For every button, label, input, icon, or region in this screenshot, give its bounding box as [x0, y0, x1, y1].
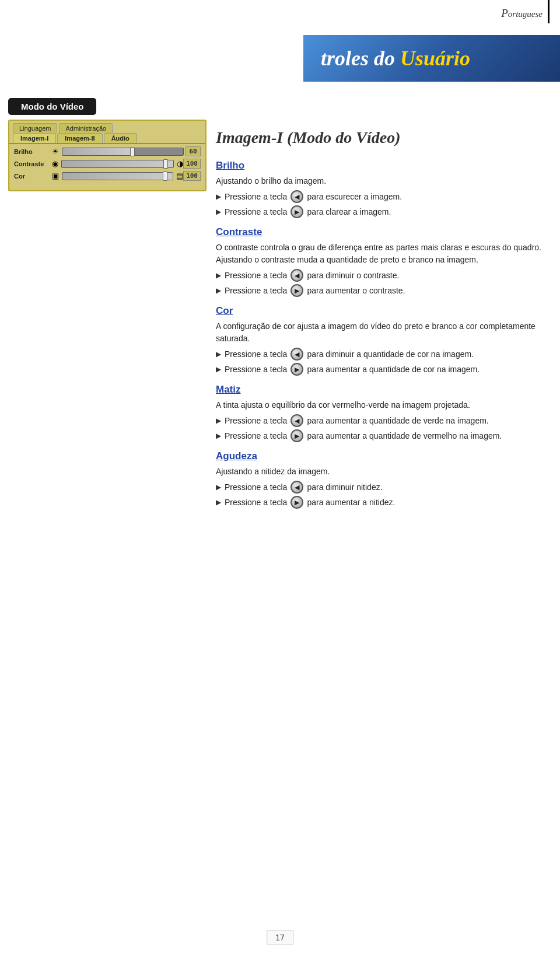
matiz-b2-suffix: para aumentar a quantidade de vermelho n…: [307, 431, 502, 440]
banner-text-em: Usuário: [400, 47, 470, 70]
slider-thumb-brilho[interactable]: [130, 147, 135, 156]
ui-panel: Linguagem Administração Imagem-I Imagem-…: [8, 120, 206, 191]
bullet-arrow-icon-6: ▶: [216, 365, 221, 373]
right-arrow-btn-icon-5: ▶: [290, 496, 303, 509]
agudeza-heading: Agudeza: [216, 450, 542, 462]
brilho-desc: Ajustando o brilho da imagem.: [216, 175, 542, 187]
modo-pill: Modo do Vídeo: [8, 98, 96, 115]
left-arrow-btn-icon: ◀: [290, 190, 303, 203]
bullet-arrow-icon-5: ▶: [216, 350, 221, 358]
agudeza-b1-prefix: Pressione a tecla: [225, 482, 287, 492]
slider-icon-contraste-left: ◉: [52, 159, 58, 168]
left-arrow-btn-icon-4: ◀: [290, 414, 303, 427]
matiz-heading: Matiz: [216, 384, 542, 396]
header-banner-text: troles do Usuário: [321, 46, 470, 71]
matiz-b2-prefix: Pressione a tecla: [225, 431, 287, 440]
slider-label-contraste: Contraste: [14, 160, 52, 167]
contraste-bullet-2: ▶ Pressione a tecla ▶ para aumentar o co…: [216, 284, 542, 297]
brilho-b1-prefix: Pressione a tecla: [225, 192, 287, 201]
right-arrow-btn-icon: ▶: [290, 205, 303, 218]
tab-imagem-i[interactable]: Imagem-I: [13, 133, 56, 143]
matiz-bullet-1: ▶ Pressione a tecla ◀ para aumentar a qu…: [216, 414, 542, 427]
slider-row-cor: Cor ▣ ▤ 100: [14, 171, 201, 181]
section-matiz: Matiz A tinta ajusta o equilíbrio da cor…: [216, 384, 542, 442]
slider-value-contraste: 100: [183, 159, 201, 169]
matiz-b1-suffix: para aumentar a quantidade de verde na i…: [307, 416, 488, 425]
brilho-bullet-1: ▶ Pressione a tecla ◀ para escurecer a i…: [216, 190, 542, 203]
slider-value-brilho: 60: [186, 146, 201, 156]
slider-fill-contraste: [62, 160, 173, 167]
panel-nav-tabs: Linguagem Administração: [9, 121, 205, 133]
page-number: 17: [267, 930, 293, 944]
contraste-desc: O contraste controla o grau de diferença…: [216, 242, 542, 266]
contraste-bullet-1-text: Pressione a tecla ◀ para diminuir o cont…: [225, 269, 399, 282]
left-arrow-btn-icon-3: ◀: [290, 348, 303, 361]
bullet-arrow-icon-10: ▶: [216, 498, 221, 506]
right-arrow-btn-icon-4: ▶: [290, 429, 303, 442]
nav-tab-administracao[interactable]: Administração: [59, 123, 113, 133]
nav-tab-linguagem[interactable]: Linguagem: [13, 123, 57, 133]
banner-text-pre: troles do: [321, 47, 400, 70]
contraste-heading: Contraste: [216, 226, 542, 238]
cor-bullet-2-text: Pressione a tecla ▶ para aumentar a quan…: [225, 363, 480, 376]
cor-bullet-1: ▶ Pressione a tecla ◀ para diminuir a qu…: [216, 348, 542, 361]
slider-thumb-contraste[interactable]: [163, 159, 168, 169]
language-label: Portuguese: [501, 7, 542, 20]
brilho-b1-suffix: para escurecer a imagem.: [307, 192, 402, 201]
bullet-arrow-icon-3: ▶: [216, 271, 221, 279]
slider-icon-cor-right: ▤: [176, 172, 183, 180]
header-banner: troles do Usuário: [303, 35, 560, 82]
cor-heading: Cor: [216, 305, 542, 317]
slider-track-contraste[interactable]: [61, 160, 174, 168]
agudeza-bullet-1-text: Pressione a tecla ◀ para diminuir nitide…: [225, 481, 383, 494]
slider-icon-contraste-right: ◑: [177, 159, 183, 168]
brilho-b2-suffix: para clarear a imagem.: [307, 207, 391, 216]
slider-fill-cor: [62, 173, 173, 180]
cor-b2-prefix: Pressione a tecla: [225, 365, 287, 374]
tab-imagem-ii[interactable]: Imagem-II: [57, 133, 102, 143]
cor-b1-prefix: Pressione a tecla: [225, 349, 287, 359]
bullet-arrow-icon-8: ▶: [216, 432, 221, 440]
bullet-arrow-icon: ▶: [216, 193, 221, 201]
cor-bullet-2: ▶ Pressione a tecla ▶ para aumentar a qu…: [216, 363, 542, 376]
slider-track-cor[interactable]: [62, 172, 173, 180]
contraste-bullet-2-text: Pressione a tecla ▶ para aumentar o cont…: [225, 284, 405, 297]
section-brilho: Brilho Ajustando o brilho da imagem. ▶ P…: [216, 160, 542, 218]
matiz-b1-prefix: Pressione a tecla: [225, 416, 287, 425]
bullet-arrow-icon-2: ▶: [216, 208, 221, 216]
bullet-arrow-icon-4: ▶: [216, 286, 221, 295]
slider-label-brilho: Brilho: [14, 148, 52, 155]
matiz-bullet-1-text: Pressione a tecla ◀ para aumentar a quan…: [225, 414, 489, 427]
slider-row-brilho: Brilho ☀ 60: [14, 146, 201, 156]
matiz-bullet-2: ▶ Pressione a tecla ▶ para aumentar a qu…: [216, 429, 542, 442]
agudeza-desc: Ajustando a nitidez da imagem.: [216, 466, 542, 478]
agudeza-bullet-2-text: Pressione a tecla ▶ para aumentar a niti…: [225, 496, 395, 509]
agudeza-b1-suffix: para diminuir nitidez.: [307, 482, 382, 492]
slider-label-cor: Cor: [14, 173, 52, 180]
agudeza-bullet-2: ▶ Pressione a tecla ▶ para aumentar a ni…: [216, 496, 542, 509]
main-content: Imagem-I (Modo do Vídeo) Brilho Ajustand…: [216, 128, 542, 511]
cor-desc: A configuração de cor ajusta a imagem do…: [216, 320, 542, 345]
panel-inner-tabs: Imagem-I Imagem-II Áudio: [9, 133, 205, 144]
language-text: ortuguese: [508, 9, 542, 19]
agudeza-bullet-1: ▶ Pressione a tecla ◀ para diminuir niti…: [216, 481, 542, 494]
slider-icon-cor-left: ▣: [52, 172, 59, 180]
cor-b1-suffix: para diminuir a quantidade de cor na ima…: [307, 349, 474, 359]
right-arrow-btn-icon-3: ▶: [290, 363, 303, 376]
slider-track-brilho[interactable]: [62, 148, 184, 156]
brilho-heading: Brilho: [216, 160, 542, 172]
bullet-arrow-icon-7: ▶: [216, 417, 221, 425]
tab-audio[interactable]: Áudio: [104, 133, 137, 143]
language-cap: P: [501, 7, 508, 19]
matiz-desc: A tinta ajusta o equilíbrio da cor verme…: [216, 399, 542, 411]
section-contraste: Contraste O contraste controla o grau de…: [216, 226, 542, 297]
brilho-bullet-2: ▶ Pressione a tecla ▶ para clarear a ima…: [216, 205, 542, 218]
section-agudeza: Agudeza Ajustando a nitidez da imagem. ▶…: [216, 450, 542, 509]
brilho-bullet-2-text: Pressione a tecla ▶ para clarear a image…: [225, 205, 391, 218]
brilho-b2-prefix: Pressione a tecla: [225, 207, 287, 216]
slider-icon-brilho: ☀: [52, 147, 59, 156]
left-arrow-btn-icon-5: ◀: [290, 481, 303, 494]
contraste-b1-suffix: para diminuir o contraste.: [307, 271, 399, 280]
slider-thumb-cor[interactable]: [163, 172, 167, 181]
contraste-b1-prefix: Pressione a tecla: [225, 271, 287, 280]
